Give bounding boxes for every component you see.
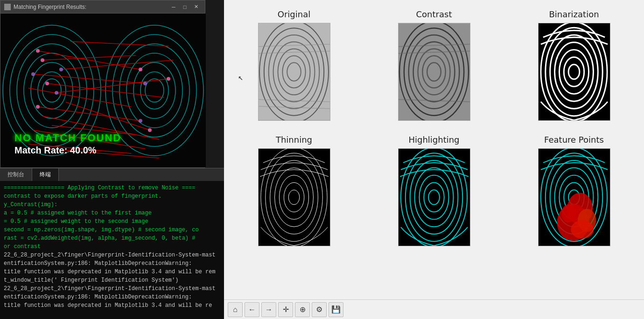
- svg-point-38: [143, 82, 147, 85]
- highlighting-svg: [399, 149, 470, 246]
- svg-point-34: [55, 91, 58, 95]
- svg-rect-73: [259, 149, 330, 245]
- svg-point-36: [59, 68, 63, 71]
- image-binarization: [538, 23, 610, 121]
- svg-point-33: [45, 82, 49, 85]
- match-rate-text: Match Rate: 40.0%: [14, 145, 97, 156]
- console-line: second = np.zeros(img.shape, img.dtype) …: [4, 226, 220, 234]
- matching-fingerprint-svg: [0, 14, 206, 167]
- console-line: y_Contrast(img):: [4, 201, 220, 209]
- image-original: [258, 23, 330, 121]
- figure-grid: Original: [238, 9, 630, 246]
- thinning-svg: [259, 149, 330, 246]
- matching-titlebar: Matching Fingerprint Results: ─ □ ✕: [0, 0, 205, 14]
- no-match-text: NO MATCH FOUND: [14, 132, 121, 144]
- console-line: or contrast: [4, 243, 220, 251]
- console-line: 22_6_28_project_2\finger\Fingerprint-Ide…: [4, 284, 220, 293]
- toolbar-zoom-button[interactable]: ⊕: [295, 302, 310, 317]
- console-line: title function was deprecated in Matplot…: [4, 301, 220, 310]
- label-thinning: Thinning: [276, 135, 312, 145]
- figure-cell-thinning: Thinning: [238, 135, 350, 246]
- image-feature-points: [538, 148, 610, 246]
- left-panel: Matching Fingerprint Results: ─ □ ✕: [0, 0, 224, 319]
- console-line: rast = cv2.addWeighted(img, alpha, img_s…: [4, 234, 220, 243]
- svg-point-40: [139, 119, 142, 123]
- binarization-svg: [539, 23, 610, 120]
- figure-cell-feature-points: Feature Points: [518, 135, 630, 246]
- console-line: entificationSystem.py:186: MatplotlibDep…: [4, 293, 220, 301]
- label-binarization: Binarization: [549, 9, 599, 19]
- window-icon: [4, 4, 11, 10]
- figure-area: Original: [224, 0, 644, 299]
- svg-point-32: [31, 72, 35, 76]
- figure-cell-contrast: Contrast: [378, 9, 490, 121]
- image-highlighting: [398, 148, 470, 246]
- console-line: = 0.5 # assigned weight to the second im…: [4, 217, 220, 226]
- label-highlighting: Highlighting: [408, 135, 459, 145]
- matching-window-title: Matching Fingerprint Results:: [14, 4, 86, 10]
- label-contrast: Contrast: [416, 9, 452, 19]
- svg-point-39: [167, 77, 170, 81]
- toolbar-home-button[interactable]: ⌂: [228, 302, 243, 317]
- label-original: Original: [278, 9, 310, 19]
- console-output: ================== Applying Contrast to …: [0, 181, 224, 319]
- image-thinning: [258, 148, 330, 246]
- right-panel: ↖ Original: [224, 0, 644, 319]
- titlebar-controls: ─ □ ✕: [168, 3, 201, 11]
- svg-point-31: [41, 58, 44, 62]
- console-line: contrast to expose darker parts of finge…: [4, 192, 220, 201]
- matching-window: Matching Fingerprint Results: ─ □ ✕: [0, 0, 205, 168]
- toolbar-save-button[interactable]: 💾: [329, 302, 343, 317]
- feature-svg: [539, 149, 610, 246]
- label-feature-points: Feature Points: [544, 135, 604, 145]
- svg-point-41: [148, 128, 152, 132]
- close-button[interactable]: ✕: [191, 3, 201, 11]
- console-line: a = 0.5 # assigned weight to the first i…: [4, 209, 220, 217]
- toolbar-back-button[interactable]: ←: [245, 302, 259, 317]
- console-line: t_window_title(' Fingerprint Identificat…: [4, 276, 220, 284]
- svg-point-100: [561, 204, 575, 222]
- svg-point-35: [36, 105, 40, 109]
- figure-cell-original: Original: [238, 9, 350, 121]
- svg-point-37: [139, 68, 142, 71]
- tab-console[interactable]: 控制台: [0, 168, 32, 181]
- figure-cell-binarization: Binarization: [518, 9, 630, 121]
- mpl-toolbar: ⌂ ← → ✛ ⊕ ⚙ 💾: [224, 299, 644, 319]
- fingerprint-display: NO MATCH FOUND Match Rate: 40.0%: [0, 14, 206, 167]
- svg-point-101: [571, 220, 594, 238]
- contrast-svg: [399, 23, 470, 120]
- toolbar-pan-button[interactable]: ✛: [278, 302, 293, 317]
- console-line: title function was deprecated in Matplot…: [4, 268, 220, 276]
- figure-cell-highlighting: Highlighting: [378, 135, 490, 246]
- console-line: 22_6_28_project_2\finger\Fingerprint-Ide…: [4, 251, 220, 259]
- tab-terminal[interactable]: 终端: [32, 168, 59, 181]
- console-line: ================== Applying Contrast to …: [4, 184, 220, 192]
- svg-point-30: [36, 49, 40, 53]
- console-line: entificationSystem.py:186: MatplotlibDep…: [4, 259, 220, 268]
- toolbar-forward-button[interactable]: →: [261, 302, 276, 317]
- image-contrast: [398, 23, 470, 121]
- console-tabs: 控制台 终端: [0, 168, 224, 181]
- maximize-button[interactable]: □: [180, 3, 190, 11]
- toolbar-settings-button[interactable]: ⚙: [312, 302, 327, 317]
- minimize-button[interactable]: ─: [168, 3, 179, 11]
- original-svg: [259, 23, 330, 120]
